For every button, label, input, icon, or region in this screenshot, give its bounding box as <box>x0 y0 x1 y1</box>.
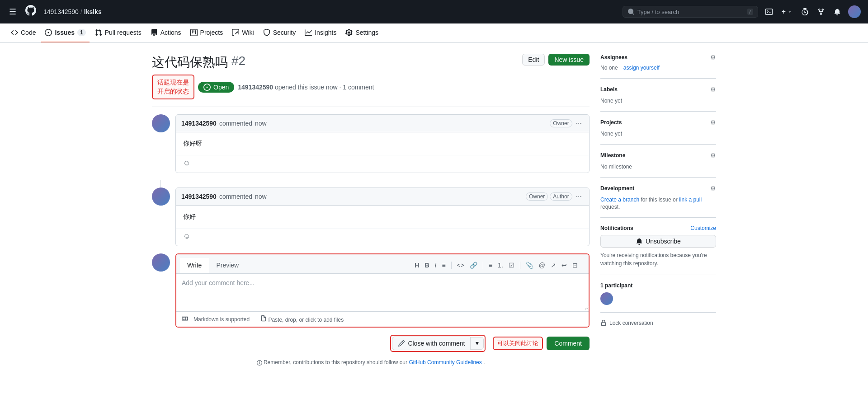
preview-tab[interactable]: Preview <box>209 258 246 273</box>
issue-title-row: 这代码保熟吗 #2 <box>152 54 245 71</box>
toolbar-code[interactable]: <> <box>455 260 466 271</box>
assignees-gear-button[interactable]: ⚙ <box>710 54 716 61</box>
emoji-button-2[interactable]: ☺ <box>181 230 192 242</box>
issue-header-top: 这代码保熟吗 #2 Edit New issue <box>152 54 590 75</box>
toolbar-undo[interactable]: ↩ <box>560 260 569 271</box>
toolbar-crossref[interactable]: ↗ <box>549 260 558 271</box>
nav-security-label: Security <box>273 29 296 36</box>
comment-text-1: 你好呀 <box>183 140 582 148</box>
issue-number: #2 <box>231 54 245 68</box>
close-dropdown-button[interactable]: ▼ <box>470 337 484 350</box>
issue-author-link[interactable]: 1491342590 <box>238 84 273 91</box>
sidebar-development-section: Development ⚙ Create a branch for this i… <box>600 185 716 218</box>
issue-title: 这代码保熟吗 <box>152 54 228 71</box>
comment-menu-1[interactable]: ··· <box>574 118 584 128</box>
assign-yourself-link[interactable]: assign yourself <box>623 65 660 71</box>
comment-author-2[interactable]: 1491342590 <box>181 193 217 200</box>
sidebar-projects-section: Projects ⚙ None yet <box>600 119 716 145</box>
toolbar-quote[interactable]: ≡ <box>440 260 447 271</box>
issue-meta-row: 话题现在是 开启的状态 Open 1491342590 opened this … <box>152 75 590 99</box>
search-box[interactable]: / <box>623 6 758 18</box>
lock-label: Lock conversation <box>609 320 653 326</box>
comment-menu-2[interactable]: ··· <box>574 192 584 202</box>
settings-icon <box>345 29 353 36</box>
nav-item-pullrequests[interactable]: Pull requests <box>91 23 145 42</box>
nav-item-security[interactable]: Security <box>259 23 300 42</box>
search-input[interactable] <box>637 9 745 15</box>
repo-name-link[interactable]: lkslks <box>84 8 102 15</box>
toolbar-italic[interactable]: I <box>433 260 439 271</box>
comment-time-label-1: now <box>255 120 267 127</box>
info-icon <box>257 360 262 366</box>
toolbar-ordered-list[interactable]: 1. <box>496 260 505 271</box>
link-pull-link[interactable]: link a pull <box>679 197 702 203</box>
development-after-text: request. <box>600 204 620 210</box>
toolbar-mention[interactable]: @ <box>537 260 547 271</box>
toolbar-divider-3 <box>520 262 520 269</box>
emoji-button-1[interactable]: ☺ <box>181 157 192 169</box>
issue-status-badge: Open <box>198 82 234 93</box>
labels-gear-button[interactable]: ⚙ <box>710 86 716 93</box>
toolbar-link[interactable]: 🔗 <box>468 260 479 271</box>
nav-actions-label: Actions <box>160 29 181 36</box>
create-branch-link[interactable]: Create a branch <box>600 197 639 203</box>
guidelines-link[interactable]: GitHub Community Guidelines <box>409 359 481 366</box>
timer-icon-button[interactable] <box>799 6 810 17</box>
nav-wiki-label: Wiki <box>242 29 254 36</box>
notifications-label-row: Notifications Customize <box>600 225 716 231</box>
toolbar-attach[interactable]: 📎 <box>524 260 535 271</box>
comment-textarea[interactable] <box>176 274 589 310</box>
nav-item-wiki[interactable]: Wiki <box>228 23 257 42</box>
toolbar-bold[interactable]: B <box>423 260 431 271</box>
labels-label: Labels <box>600 86 618 93</box>
lock-conversation-row[interactable]: Lock conversation <box>600 320 716 326</box>
assignees-value: No one—assign yourself <box>600 65 716 71</box>
write-tab[interactable]: Write <box>180 258 209 273</box>
development-label-row: Development ⚙ <box>600 185 716 192</box>
milestone-gear-button[interactable]: ⚙ <box>710 152 716 159</box>
comment-emoji-row-1: ☺ <box>176 155 589 173</box>
nav-item-insights[interactable]: Insights <box>301 23 340 42</box>
plus-new-button[interactable]: + <box>780 6 794 18</box>
projects-gear-button[interactable]: ⚙ <box>710 119 716 126</box>
issues-icon <box>45 29 52 36</box>
toolbar-unordered-list[interactable]: ≡ <box>487 260 494 271</box>
path-separator: / <box>80 8 82 15</box>
projects-label: Projects <box>600 119 622 126</box>
development-gear-button[interactable]: ⚙ <box>710 185 716 192</box>
notice-end: . <box>483 359 485 366</box>
customize-link[interactable]: Customize <box>690 225 716 231</box>
sidebar-labels-section: Labels ⚙ None yet <box>600 86 716 112</box>
toolbar-task-list[interactable]: ☑ <box>507 260 516 271</box>
github-logo <box>25 5 36 19</box>
command-palette-button[interactable] <box>764 6 774 17</box>
new-issue-button[interactable]: New issue <box>548 54 590 66</box>
nav-item-settings[interactable]: Settings <box>342 23 382 42</box>
comment-submit-button[interactable]: Comment <box>547 337 590 350</box>
close-with-comment-button[interactable]: Close with comment <box>392 337 470 350</box>
edit-button[interactable]: Edit <box>522 54 545 66</box>
nav-item-actions[interactable]: Actions <box>147 23 185 42</box>
toolbar-redo[interactable]: ⊡ <box>571 260 580 271</box>
comment-author-1[interactable]: 1491342590 <box>181 120 217 127</box>
sidebar-assignees-section: Assignees ⚙ No one—assign yourself <box>600 54 716 79</box>
nav-item-issues[interactable]: Issues 1 <box>41 23 89 42</box>
fork-icon-button[interactable] <box>816 6 826 17</box>
file-icon <box>260 315 267 322</box>
hamburger-menu-button[interactable]: ☰ <box>7 5 18 19</box>
unsubscribe-label: Unsubscribe <box>646 238 681 245</box>
notifications-text: You're receiving notifications because y… <box>600 251 716 267</box>
comment-badges-1: Owner ··· <box>550 118 584 128</box>
development-label: Development <box>600 185 634 192</box>
unsubscribe-button[interactable]: Unsubscribe <box>600 235 716 248</box>
repo-owner-link[interactable]: 1491342590 <box>43 8 79 15</box>
user-avatar[interactable] <box>848 5 861 18</box>
thread-connector <box>160 180 161 187</box>
comment-tabs: Write Preview <box>180 258 246 273</box>
search-shortcut: / <box>747 9 753 15</box>
notifications-button[interactable] <box>832 6 843 17</box>
nav-item-code[interactable]: Code <box>7 23 39 42</box>
toolbar-heading[interactable]: H <box>413 260 421 271</box>
nav-item-projects[interactable]: Projects <box>187 23 227 42</box>
comment-thread-2: 1491342590 commented now Owner Author ··… <box>152 187 590 246</box>
